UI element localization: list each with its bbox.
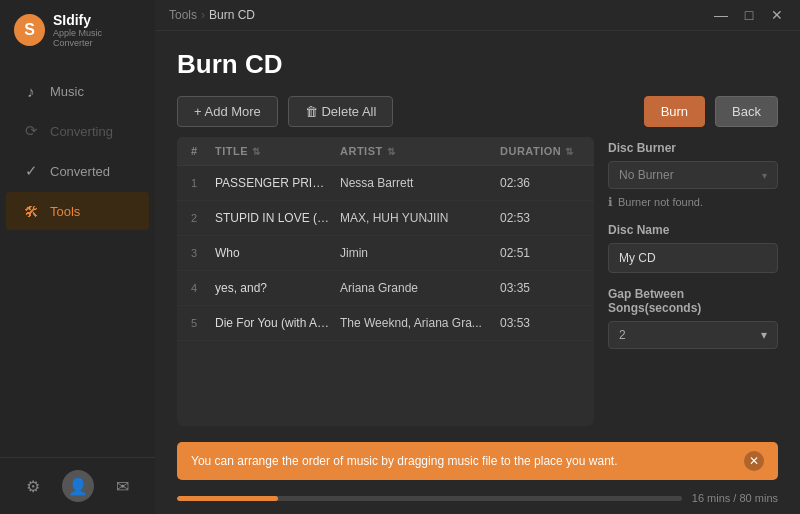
settings-icon: ⚙ — [26, 477, 40, 496]
music-icon: ♪ — [22, 82, 40, 100]
burner-warning: ℹ Burner not found. — [608, 195, 778, 209]
sidebar-item-converted-label: Converted — [50, 164, 110, 179]
table-row[interactable]: 3 Who Jimin 02:51 — [177, 236, 594, 271]
gap-value: 2 — [619, 328, 626, 342]
track-num: 1 — [191, 177, 215, 189]
duration-sort-icon: ⇅ — [565, 146, 574, 157]
track-title: PASSENGER PRINCESS — [215, 176, 340, 190]
progress-track — [177, 496, 682, 501]
track-title: STUPID IN LOVE (feat. HUH YUNJIIN of ... — [215, 211, 340, 225]
avatar-button[interactable]: 👤 — [62, 470, 94, 502]
disc-burner-section: Disc Burner No Burner ▾ ℹ Burner not fou… — [608, 141, 778, 209]
sidebar-item-converting-label: Converting — [50, 124, 113, 139]
progress-fill — [177, 496, 278, 501]
disc-name-label: Disc Name — [608, 223, 778, 237]
gap-select[interactable]: 2 ▾ — [608, 321, 778, 349]
disc-burner-label: Disc Burner — [608, 141, 778, 155]
track-duration: 02:53 — [500, 211, 580, 225]
side-panel: Disc Burner No Burner ▾ ℹ Burner not fou… — [608, 137, 778, 426]
converting-icon: ⟳ — [22, 122, 40, 140]
table-row[interactable]: 4 yes, and? Ariana Grande 03:35 — [177, 271, 594, 306]
col-num: # — [191, 145, 215, 157]
sidebar-item-music[interactable]: ♪ Music — [6, 72, 149, 110]
track-num: 3 — [191, 247, 215, 259]
gap-chevron-icon: ▾ — [761, 328, 767, 342]
track-duration: 02:36 — [500, 176, 580, 190]
table-row[interactable]: 2 STUPID IN LOVE (feat. HUH YUNJIIN of .… — [177, 201, 594, 236]
add-more-button[interactable]: + Add More — [177, 96, 278, 127]
track-rows: 1 PASSENGER PRINCESS Nessa Barrett 02:36… — [177, 166, 594, 341]
notification-text: You can arrange the order of music by dr… — [191, 454, 736, 468]
track-list-header: # TITLE ⇅ ARTIST ⇅ DURATION ⇅ — [177, 137, 594, 166]
track-title: Die For You (with Ariana Grande) - Remix — [215, 316, 340, 330]
sidebar-item-music-label: Music — [50, 84, 84, 99]
notification-banner: You can arrange the order of music by dr… — [177, 442, 778, 480]
track-duration: 03:35 — [500, 281, 580, 295]
progress-area: 16 mins / 80 mins — [155, 486, 800, 514]
track-artist: Ariana Grande — [340, 281, 500, 295]
chevron-down-icon: ▾ — [762, 170, 767, 181]
table-row[interactable]: 5 Die For You (with Ariana Grande) - Rem… — [177, 306, 594, 341]
app-name: SIdify — [53, 12, 141, 28]
track-artist: MAX, HUH YUNJIIN — [340, 211, 500, 225]
title-sort-icon: ⇅ — [252, 146, 261, 157]
burn-button[interactable]: Burn — [644, 96, 705, 127]
burner-warning-text: Burner not found. — [618, 196, 703, 208]
maximize-button[interactable]: □ — [740, 6, 758, 24]
app-subtitle: Apple Music Converter — [53, 28, 141, 48]
logo-text: SIdify Apple Music Converter — [53, 12, 141, 48]
track-artist: The Weeknd, Ariana Gra... — [340, 316, 500, 330]
track-duration: 02:51 — [500, 246, 580, 260]
track-title: yes, and? — [215, 281, 340, 295]
col-title: TITLE ⇅ — [215, 145, 340, 157]
disc-name-section: Disc Name My CD — [608, 223, 778, 273]
gap-label: Gap Between Songs(seconds) — [608, 287, 778, 315]
main-content: Tools › Burn CD — □ ✕ Burn CD + Add More… — [155, 0, 800, 514]
notification-close-button[interactable]: ✕ — [744, 451, 764, 471]
sidebar-item-converted[interactable]: ✓ Converted — [6, 152, 149, 190]
track-num: 4 — [191, 282, 215, 294]
breadcrumb: Tools › Burn CD — [169, 8, 255, 22]
track-title: Who — [215, 246, 340, 260]
sidebar-footer: ⚙ 👤 ✉ — [0, 457, 155, 514]
track-artist: Nessa Barrett — [340, 176, 500, 190]
track-num: 2 — [191, 212, 215, 224]
track-artist: Jimin — [340, 246, 500, 260]
content-area: # TITLE ⇅ ARTIST ⇅ DURATION ⇅ 1 PASSENGE… — [155, 137, 800, 436]
breadcrumb-parent: Tools — [169, 8, 197, 22]
window-controls: — □ ✕ — [712, 6, 786, 24]
table-row[interactable]: 1 PASSENGER PRINCESS Nessa Barrett 02:36 — [177, 166, 594, 201]
disc-name-input[interactable]: My CD — [608, 243, 778, 273]
artist-sort-icon: ⇅ — [387, 146, 396, 157]
breadcrumb-current: Burn CD — [209, 8, 255, 22]
back-button[interactable]: Back — [715, 96, 778, 127]
mail-icon: ✉ — [116, 477, 129, 496]
sidebar: S SIdify Apple Music Converter ♪ Music ⟳… — [0, 0, 155, 514]
gap-section: Gap Between Songs(seconds) 2 ▾ — [608, 287, 778, 349]
col-duration: DURATION ⇅ — [500, 145, 580, 157]
col-artist: ARTIST ⇅ — [340, 145, 500, 157]
titlebar: Tools › Burn CD — □ ✕ — [155, 0, 800, 31]
disc-burner-value: No Burner — [619, 168, 674, 182]
mail-button[interactable]: ✉ — [107, 470, 139, 502]
settings-button[interactable]: ⚙ — [17, 470, 49, 502]
minimize-button[interactable]: — — [712, 6, 730, 24]
close-button[interactable]: ✕ — [768, 6, 786, 24]
sidebar-item-tools[interactable]: 🛠 Tools — [6, 192, 149, 230]
sidebar-item-tools-label: Tools — [50, 204, 80, 219]
app-logo: S SIdify Apple Music Converter — [0, 0, 155, 60]
track-list: # TITLE ⇅ ARTIST ⇅ DURATION ⇅ 1 PASSENGE… — [177, 137, 594, 426]
breadcrumb-separator: › — [201, 8, 205, 22]
page-title: Burn CD — [177, 49, 778, 80]
page-header: Burn CD — [155, 31, 800, 90]
converted-icon: ✓ — [22, 162, 40, 180]
toolbar: + Add More 🗑 Delete All Burn Back — [155, 90, 800, 137]
logo-icon: S — [14, 14, 45, 46]
track-duration: 03:53 — [500, 316, 580, 330]
avatar-icon: 👤 — [68, 477, 88, 496]
track-num: 5 — [191, 317, 215, 329]
warning-icon: ℹ — [608, 195, 613, 209]
delete-all-button[interactable]: 🗑 Delete All — [288, 96, 394, 127]
disc-burner-select[interactable]: No Burner ▾ — [608, 161, 778, 189]
progress-label: 16 mins / 80 mins — [692, 492, 778, 504]
